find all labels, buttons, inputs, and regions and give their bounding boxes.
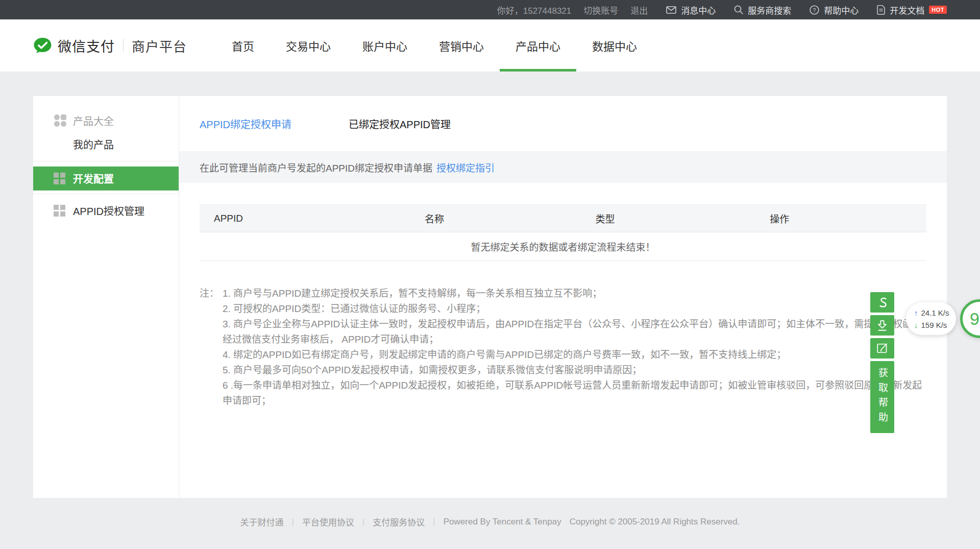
nav-item-product-center[interactable]: 产品中心 — [500, 19, 576, 71]
footer: 关于财付通 | 平台使用协议 | 支付服务协议 | Powered By Ten… — [33, 515, 947, 528]
edit-pencil-icon — [876, 342, 889, 354]
logo-divider — [123, 39, 124, 52]
primary-nav: 首页 交易中心 账户中心 营销中心 产品中心 数据中心 — [216, 19, 653, 71]
document-icon — [877, 5, 890, 15]
help-center-menu[interactable]: ? 帮助中心 — [810, 4, 859, 16]
sidebar: 产品大全 我的产品 开发配置 APPID授权管理 — [33, 96, 179, 498]
footer-copyright: Copyright © 2005-2019 All Rights Reserve… — [570, 517, 740, 527]
dev-docs-menu[interactable]: 开发文档 HOT — [877, 4, 947, 16]
score-badge[interactable]: 99 — [960, 299, 980, 338]
note-line: 4. 绑定的APPID如已有绑定商户号，则发起绑定申请的商户号需与APPID已绑… — [223, 347, 926, 363]
notes-section: 注： 1. 商户号与APPID建立绑定授权关系后，暂不支持解绑，每一条关系相互独… — [200, 286, 926, 409]
platform-name: 商户平台 — [132, 36, 187, 55]
footer-link-payment-agreement[interactable]: 支付服务协议 — [373, 515, 425, 528]
get-help-button[interactable]: 获取帮助 — [870, 361, 894, 433]
main-card: 产品大全 我的产品 开发配置 APPID授权管理 APPID绑定授权申请 已绑定… — [33, 96, 947, 498]
footer-separator: | — [433, 517, 435, 527]
footer-link-platform-agreement[interactable]: 平台使用协议 — [302, 515, 354, 528]
mail-icon — [666, 6, 681, 14]
sidebar-label-all-products: 产品大全 — [73, 113, 114, 128]
svg-text:?: ? — [813, 7, 816, 13]
nav-item-account-center[interactable]: 账户中心 — [347, 19, 423, 71]
link-curve-button[interactable] — [870, 292, 894, 313]
sidebar-label-appid-auth: APPID授权管理 — [73, 203, 144, 218]
sidebar-item-my-products[interactable]: 我的产品 — [33, 133, 179, 155]
brand-name: 微信支付 — [58, 36, 115, 56]
notes-prefix: 注： — [200, 286, 223, 409]
sidebar-label-dev-config: 开发配置 — [73, 171, 114, 186]
tab-bar: APPID绑定授权申请 已绑定授权APPID管理 — [179, 96, 947, 151]
sidebar-divider — [33, 194, 179, 194]
nav-item-transaction-center[interactable]: 交易中心 — [270, 19, 347, 71]
grid-squares-icon — [54, 173, 67, 184]
empty-state-text: 暂无绑定关系的数据或者绑定流程未结束！ — [200, 232, 926, 261]
network-speed-widget[interactable]: ↑ 24.1 K/s ↓ 159 K/s — [906, 302, 956, 335]
tab-bound-appid-manage[interactable]: 已绑定授权APPID管理 — [349, 116, 451, 131]
info-bar: 在此可管理当前商户号发起的APPID绑定授权申请单据 授权绑定指引 — [179, 151, 947, 183]
nav-item-home[interactable]: 首页 — [216, 19, 270, 71]
download-speed-value: 159 K/s — [921, 321, 947, 329]
tab-appid-bind-apply[interactable]: APPID绑定授权申请 — [200, 116, 291, 131]
content-panel: APPID绑定授权申请 已绑定授权APPID管理 在此可管理当前商户号发起的AP… — [179, 96, 947, 498]
column-header-appid: APPID — [200, 205, 410, 232]
column-header-name: 名称 — [410, 205, 581, 232]
header: 微信支付 商户平台 首页 交易中心 账户中心 营销中心 产品中心 数据中心 — [0, 19, 980, 71]
column-header-action: 操作 — [755, 205, 926, 232]
logout-link[interactable]: 退出 — [630, 4, 648, 16]
note-line: 1. 商户号与APPID建立绑定授权关系后，暂不支持解绑，每一条关系相互独立互不… — [223, 286, 926, 301]
score-value: 99 — [970, 309, 980, 329]
column-header-type: 类型 — [581, 205, 756, 232]
download-arrow-icon: ↓ — [914, 321, 918, 329]
grid-clover-icon — [54, 114, 67, 127]
wechat-bubble-icon — [33, 37, 52, 54]
sidebar-divider — [33, 161, 179, 161]
download-icon — [876, 319, 889, 332]
footer-powered-by: Powered By Tencent & Tenpay — [444, 517, 561, 527]
footer-link-about-tenpay[interactable]: 关于财付通 — [240, 515, 283, 528]
hot-badge: HOT — [929, 6, 947, 14]
footer-separator: | — [362, 517, 364, 527]
note-line: 5. 商户号最多可向50个APPID发起授权申请，如需授权更多，请联系微信支付客… — [223, 363, 926, 378]
download-button[interactable] — [870, 315, 894, 336]
switch-account-link[interactable]: 切换账号 — [583, 4, 618, 16]
note-line: 3. 商户号企业全称与APPID认证主体一致时，发起授权申请后，由APPID在指… — [223, 317, 926, 347]
note-line: 2. 可授权的APPID类型：已通过微信认证的服务号、小程序； — [223, 301, 926, 317]
sp-search-label: 服务商搜索 — [748, 4, 791, 16]
upload-arrow-icon: ↑ — [914, 308, 918, 317]
table-empty-row: 暂无绑定关系的数据或者绑定流程未结束！ — [200, 232, 926, 261]
help-center-label: 帮助中心 — [824, 4, 859, 16]
message-center-menu[interactable]: 消息中心 — [666, 4, 716, 16]
wechat-pay-logo[interactable]: 微信支付 商户平台 — [33, 36, 187, 56]
appid-table: APPID 名称 类型 操作 暂无绑定关系的数据或者绑定流程未结束！ — [200, 204, 926, 261]
sidebar-item-appid-auth[interactable]: APPID授权管理 — [33, 199, 179, 222]
sp-search-menu[interactable]: 服务商搜索 — [734, 4, 791, 16]
nav-item-data-center[interactable]: 数据中心 — [576, 19, 653, 71]
topbar: 你好，1527448321 切换账号 退出 消息中心 服务商搜索 ? 帮助中心 — [0, 0, 980, 19]
table-header-row: APPID 名称 类型 操作 — [200, 205, 926, 232]
account-greeting: 你好，1527448321 — [497, 4, 572, 16]
sidebar-item-dev-config[interactable]: 开发配置 — [33, 166, 179, 190]
s-curve-link-icon — [876, 296, 889, 309]
search-icon — [734, 5, 748, 14]
footer-separator: | — [291, 517, 293, 527]
edit-button[interactable] — [870, 338, 894, 359]
sidebar-item-all-products[interactable]: 产品大全 — [33, 108, 179, 133]
sidebar-label-my-products: 我的产品 — [73, 137, 114, 152]
auth-bind-guide-link[interactable]: 授权绑定指引 — [436, 160, 495, 174]
floating-toolbar: 获取帮助 — [870, 292, 894, 433]
note-line: 6 .每一条申请单相对独立，如向一个APPID发起授权，如被拒绝，可联系APPI… — [223, 378, 926, 409]
message-center-label: 消息中心 — [681, 4, 716, 16]
upload-speed-value: 24.1 K/s — [921, 308, 949, 317]
grid-squares-icon — [54, 205, 67, 217]
dev-docs-label: 开发文档 — [890, 4, 924, 16]
question-circle-icon: ? — [810, 5, 824, 15]
info-text: 在此可管理当前商户号发起的APPID绑定授权申请单据 — [200, 160, 432, 174]
nav-item-marketing-center[interactable]: 营销中心 — [423, 19, 500, 71]
